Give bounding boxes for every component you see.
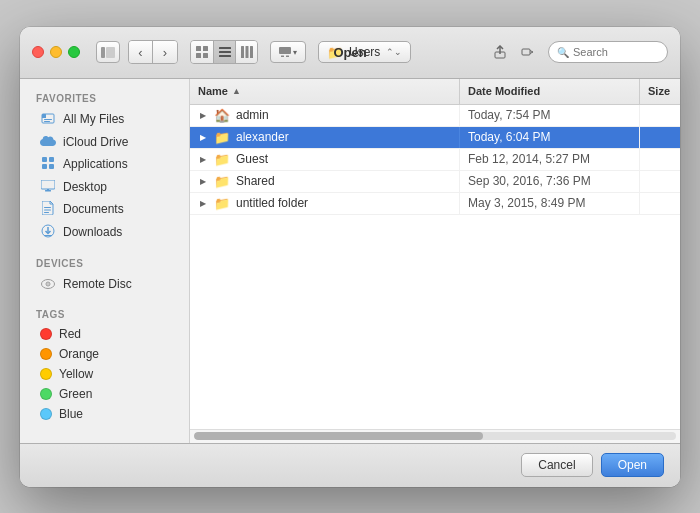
file-list[interactable]: ▶ 🏠 admin Today, 7:54 PM ▶ 📁 alexander (190, 105, 680, 429)
sidebar-item-documents[interactable]: Documents (24, 198, 185, 221)
file-row-shared[interactable]: ▶ 📁 Shared Sep 30, 2016, 7:36 PM (190, 171, 680, 193)
file-date-val-admin: Today, 7:54 PM (468, 108, 551, 122)
svg-rect-14 (286, 56, 289, 58)
sidebar-item-tag-blue[interactable]: Blue (24, 404, 185, 424)
sidebar-item-tag-orange[interactable]: Orange (24, 344, 185, 364)
location-chevron-icon: ⌃⌄ (386, 47, 402, 57)
file-list-header: Name ▲ Date Modified Size (190, 79, 680, 105)
svg-rect-16 (522, 49, 530, 55)
svg-rect-22 (49, 157, 54, 162)
svg-rect-1 (106, 47, 115, 58)
scrollbar-track (194, 432, 676, 440)
svg-rect-20 (44, 121, 50, 122)
svg-rect-9 (241, 46, 244, 58)
folder-icon-guest: 📁 (214, 152, 230, 167)
svg-rect-6 (219, 47, 231, 49)
list-view-button[interactable] (213, 41, 235, 63)
svg-rect-3 (203, 46, 208, 51)
svg-rect-11 (250, 46, 253, 58)
desktop-label: Desktop (63, 180, 107, 194)
back-button[interactable]: ‹ (129, 41, 153, 63)
date-column-header[interactable]: Date Modified (460, 79, 640, 104)
file-date-admin: Today, 7:54 PM (460, 105, 640, 126)
minimize-button[interactable] (50, 46, 62, 58)
size-col-label: Size (648, 85, 670, 97)
filename-admin: admin (236, 108, 269, 122)
file-row-name-shared: ▶ 📁 Shared (190, 171, 460, 192)
file-date-alexander: Today, 6:04 PM (460, 127, 640, 148)
filename-guest: Guest (236, 152, 268, 166)
file-size-alexander (640, 127, 680, 148)
blue-tag-dot (40, 408, 52, 420)
sidebar-item-applications[interactable]: Applications (24, 153, 185, 176)
forward-button[interactable]: › (153, 41, 177, 63)
sidebar-item-all-my-files[interactable]: All My Files (24, 108, 185, 131)
search-icon: 🔍 (557, 47, 569, 58)
tag-button[interactable] (516, 41, 540, 63)
main-content: Favorites All My Files (20, 79, 680, 443)
sidebar-item-tag-red[interactable]: Red (24, 324, 185, 344)
file-row-guest[interactable]: ▶ 📁 Guest Feb 12, 2014, 5:27 PM (190, 149, 680, 171)
expand-arrow-guest: ▶ (198, 155, 208, 164)
close-button[interactable] (32, 46, 44, 58)
file-date-val-shared: Sep 30, 2016, 7:36 PM (468, 174, 591, 188)
sidebar-item-icloud-drive[interactable]: iCloud Drive (24, 131, 185, 153)
folder-icon-untitled: 📁 (214, 196, 230, 211)
file-row-alexander[interactable]: ▶ 📁 alexander Today, 6:04 PM (190, 127, 680, 149)
green-tag-label: Green (59, 387, 92, 401)
search-input[interactable] (573, 46, 659, 58)
svg-rect-8 (219, 55, 231, 57)
cancel-button[interactable]: Cancel (521, 453, 592, 477)
svg-point-35 (47, 283, 49, 285)
nav-buttons: ‹ › (128, 40, 178, 64)
size-column-header[interactable]: Size (640, 79, 680, 104)
all-my-files-label: All My Files (63, 112, 124, 126)
svg-rect-23 (42, 164, 47, 169)
desktop-icon (40, 179, 56, 195)
favorites-section-label: Favorites (20, 87, 189, 108)
share-button[interactable] (488, 41, 512, 63)
sidebar-item-tag-yellow[interactable]: Yellow (24, 364, 185, 384)
icon-view-button[interactable] (191, 41, 213, 63)
expand-arrow-admin: ▶ (198, 111, 208, 120)
sidebar-item-desktop[interactable]: Desktop (24, 176, 185, 198)
icloud-drive-label: iCloud Drive (63, 135, 128, 149)
gallery-view-button[interactable]: ▾ (270, 41, 306, 63)
svg-rect-29 (44, 209, 51, 210)
filename-shared: Shared (236, 174, 275, 188)
file-size-shared (640, 171, 680, 192)
name-col-label: Name (198, 85, 228, 97)
orange-tag-dot (40, 348, 52, 360)
file-row-admin[interactable]: ▶ 🏠 admin Today, 7:54 PM (190, 105, 680, 127)
sidebar-item-remote-disc[interactable]: Remote Disc (24, 273, 185, 295)
all-my-files-icon (40, 111, 56, 128)
remote-disc-label: Remote Disc (63, 277, 132, 291)
file-row-untitled[interactable]: ▶ 📁 untitled folder May 3, 2015, 8:49 PM (190, 193, 680, 215)
sidebar-toggle-button[interactable] (96, 41, 120, 63)
name-column-header[interactable]: Name ▲ (190, 79, 460, 104)
red-tag-dot (40, 328, 52, 340)
file-size-guest (640, 149, 680, 170)
documents-label: Documents (63, 202, 124, 216)
window-title: Open (333, 45, 366, 60)
toolbar-controls (96, 41, 120, 63)
sidebar-divider-1 (20, 244, 189, 252)
column-view-button[interactable] (235, 41, 257, 63)
search-box[interactable]: 🔍 (548, 41, 668, 63)
documents-icon (40, 201, 56, 218)
yellow-tag-label: Yellow (59, 367, 93, 381)
folder-icon-shared: 📁 (214, 174, 230, 189)
remote-disc-icon (40, 276, 56, 292)
svg-rect-13 (281, 56, 284, 58)
horizontal-scrollbar[interactable] (190, 429, 680, 443)
folder-icon-admin: 🏠 (214, 108, 230, 123)
svg-rect-32 (44, 235, 52, 236)
maximize-button[interactable] (68, 46, 80, 58)
sidebar-item-downloads[interactable]: Downloads (24, 221, 185, 244)
svg-rect-7 (219, 51, 231, 53)
date-col-label: Date Modified (468, 85, 540, 97)
orange-tag-label: Orange (59, 347, 99, 361)
sidebar-item-tag-green[interactable]: Green (24, 384, 185, 404)
open-button[interactable]: Open (601, 453, 664, 477)
footer: Cancel Open (20, 443, 680, 487)
